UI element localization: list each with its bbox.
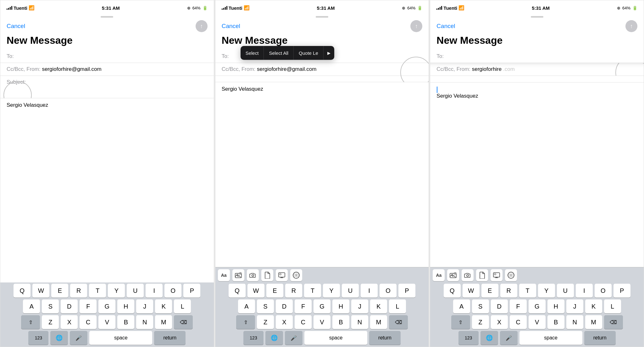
key-A-3[interactable]: A: [453, 299, 470, 313]
kb-tool-doc-3[interactable]: [476, 269, 488, 281]
kb-tool-camera-2[interactable]: [247, 269, 259, 281]
return-key-3[interactable]: return: [584, 331, 616, 345]
key-M-3[interactable]: M: [585, 315, 602, 329]
body-3[interactable]: Sergio Velasquez: [430, 82, 644, 267]
mic-key-2[interactable]: 🎤: [285, 331, 303, 345]
menu-select-2[interactable]: Select: [241, 46, 264, 60]
key-F-1[interactable]: F: [80, 299, 97, 313]
key-J-3[interactable]: J: [566, 299, 583, 313]
key-Z-3[interactable]: Z: [472, 315, 489, 329]
num-key-2[interactable]: 123: [243, 331, 264, 345]
subject-field-3[interactable]: [430, 76, 644, 82]
kb-tool-map-2[interactable]: [290, 269, 302, 281]
key-W-1[interactable]: W: [32, 284, 49, 298]
key-C-3[interactable]: C: [510, 315, 527, 329]
key-M-1[interactable]: M: [155, 315, 172, 329]
menu-quote-2[interactable]: Quote Le: [294, 46, 324, 60]
key-T-1[interactable]: T: [89, 284, 106, 298]
kb-tool-aa-3[interactable]: Aa: [433, 269, 445, 281]
key-G-1[interactable]: G: [98, 299, 115, 313]
key-B-1[interactable]: B: [117, 315, 134, 329]
key-L-3[interactable]: L: [604, 299, 621, 313]
key-U-3[interactable]: U: [557, 284, 574, 298]
num-key-3[interactable]: 123: [458, 331, 479, 345]
key-G-3[interactable]: G: [529, 299, 546, 313]
key-E-3[interactable]: E: [481, 284, 498, 298]
globe-key-1[interactable]: 🌐: [50, 331, 68, 345]
key-W-2[interactable]: W: [247, 284, 264, 298]
key-K-3[interactable]: K: [585, 299, 602, 313]
key-T-2[interactable]: T: [304, 284, 321, 298]
subject-field-2[interactable]: [215, 76, 429, 82]
key-N-2[interactable]: N: [351, 315, 368, 329]
return-key-2[interactable]: return: [369, 331, 401, 345]
cc-field-1[interactable]: Cc/Bcc, From: sergioforhire@gmail.com: [0, 63, 214, 76]
key-D-2[interactable]: D: [276, 299, 293, 313]
key-Z-2[interactable]: Z: [257, 315, 274, 329]
menu-select-all-2[interactable]: Select All: [264, 46, 294, 60]
key-I-3[interactable]: I: [576, 284, 593, 298]
send-button-1[interactable]: ↑: [196, 20, 208, 32]
key-P-1[interactable]: P: [183, 284, 200, 298]
cancel-button-3[interactable]: Cancel: [436, 23, 455, 30]
key-V-2[interactable]: V: [314, 315, 330, 329]
key-N-3[interactable]: N: [566, 315, 583, 329]
key-V-1[interactable]: V: [98, 315, 115, 329]
space-key-1[interactable]: space: [89, 331, 152, 345]
shift-key-3[interactable]: ⇧: [451, 315, 470, 329]
key-X-2[interactable]: X: [276, 315, 293, 329]
key-L-2[interactable]: L: [389, 299, 406, 313]
key-X-1[interactable]: X: [61, 315, 78, 329]
kb-tool-camera-3[interactable]: [462, 269, 474, 281]
mic-key-3[interactable]: 🎤: [500, 331, 518, 345]
menu-arrow-right-2[interactable]: ▶: [324, 46, 334, 60]
key-R-3[interactable]: R: [500, 284, 517, 298]
key-V-3[interactable]: V: [529, 315, 546, 329]
to-field-1[interactable]: To:: [0, 50, 214, 63]
cc-field-3[interactable]: Cc/Bcc, From: sergioforhire .com ◀ Inser…: [430, 63, 644, 76]
key-A-1[interactable]: A: [23, 299, 40, 313]
cancel-button-2[interactable]: Cancel: [222, 23, 240, 30]
key-O-1[interactable]: O: [164, 284, 181, 298]
globe-key-2[interactable]: 🌐: [265, 331, 283, 345]
key-J-1[interactable]: J: [136, 299, 153, 313]
key-M-2[interactable]: M: [370, 315, 387, 329]
key-X-3[interactable]: X: [491, 315, 508, 329]
kb-tool-screen-3[interactable]: [491, 269, 502, 281]
key-P-3[interactable]: P: [613, 284, 630, 298]
key-C-2[interactable]: C: [295, 315, 312, 329]
kb-tool-aa-2[interactable]: Aa: [218, 269, 230, 281]
key-G-2[interactable]: G: [314, 299, 330, 313]
key-A-2[interactable]: A: [238, 299, 255, 313]
key-Q-2[interactable]: Q: [229, 284, 246, 298]
key-U-2[interactable]: U: [342, 284, 359, 298]
send-button-2[interactable]: ↑: [410, 20, 422, 32]
key-S-1[interactable]: S: [42, 299, 59, 313]
key-K-2[interactable]: K: [370, 299, 387, 313]
to-field-3[interactable]: To:: [430, 50, 644, 63]
delete-key-1[interactable]: ⌫: [174, 315, 193, 329]
space-key-3[interactable]: space: [519, 331, 582, 345]
key-K-1[interactable]: K: [155, 299, 172, 313]
key-P-2[interactable]: P: [398, 284, 415, 298]
key-F-2[interactable]: F: [295, 299, 312, 313]
key-R-2[interactable]: R: [285, 284, 302, 298]
mic-key-1[interactable]: 🎤: [70, 331, 87, 345]
key-N-1[interactable]: N: [136, 315, 153, 329]
body-1[interactable]: Sergio Velasquez: [0, 98, 214, 282]
key-F-3[interactable]: F: [510, 299, 527, 313]
key-Z-1[interactable]: Z: [42, 315, 59, 329]
key-Y-2[interactable]: Y: [323, 284, 340, 298]
key-Q-3[interactable]: Q: [444, 284, 461, 298]
key-R-1[interactable]: R: [70, 284, 87, 298]
cc-field-2[interactable]: Cc/Bcc, From: sergioforhire@gmail.com Se…: [215, 63, 429, 76]
key-W-3[interactable]: W: [463, 284, 480, 298]
key-H-1[interactable]: H: [117, 299, 134, 313]
key-Y-1[interactable]: Y: [108, 284, 125, 298]
delete-key-3[interactable]: ⌫: [604, 315, 623, 329]
key-H-3[interactable]: H: [547, 299, 564, 313]
return-key-1[interactable]: return: [154, 331, 186, 345]
key-D-3[interactable]: D: [491, 299, 508, 313]
num-key-1[interactable]: 123: [28, 331, 48, 345]
delete-key-2[interactable]: ⌫: [389, 315, 408, 329]
